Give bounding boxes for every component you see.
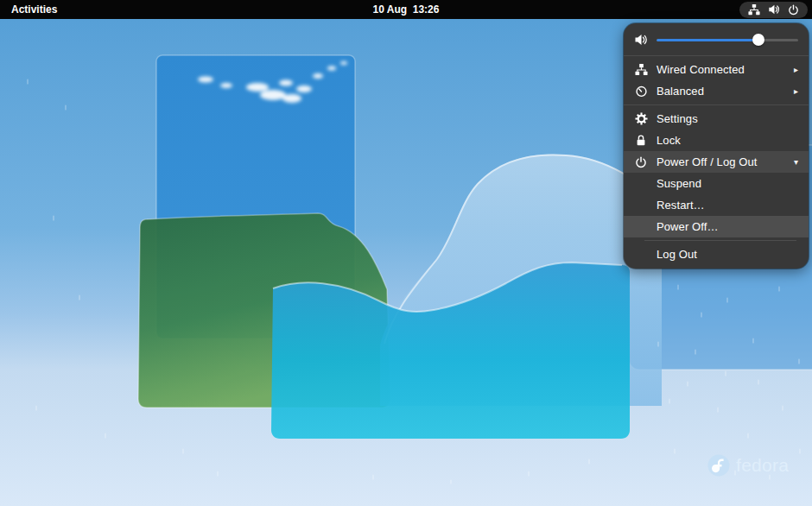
menu-separator bbox=[624, 104, 809, 105]
menu-item-label: Power Off… bbox=[657, 220, 798, 233]
power-icon bbox=[635, 156, 647, 168]
menu-item-label: Restart… bbox=[657, 199, 798, 212]
menu-item-lock[interactable]: Lock bbox=[624, 130, 809, 151]
desktop: fedora Activities 10 Aug 13:26 bbox=[0, 0, 812, 506]
chevron-down-icon: ▾ bbox=[794, 157, 798, 167]
gear-icon bbox=[635, 112, 648, 125]
menu-item-label: Log Out bbox=[657, 248, 798, 261]
menu-item-restart[interactable]: Restart… bbox=[624, 194, 809, 216]
lock-icon bbox=[635, 134, 647, 147]
fedora-logo-text: fedora bbox=[736, 455, 789, 476]
menu-item-power-off-log-out[interactable]: Power Off / Log Out ▾ bbox=[624, 151, 809, 173]
menu-item-balanced[interactable]: Balanced ▸ bbox=[624, 80, 809, 102]
menu-item-label: Power Off / Log Out bbox=[657, 155, 785, 168]
system-tray-button[interactable] bbox=[739, 2, 808, 18]
power-icon bbox=[788, 4, 799, 16]
menu-item-settings[interactable]: Settings bbox=[624, 108, 809, 130]
volume-row bbox=[624, 27, 809, 53]
network-wired-icon bbox=[748, 3, 760, 16]
top-bar: Activities 10 Aug 13:26 bbox=[0, 0, 812, 19]
network-wired-icon bbox=[635, 63, 648, 76]
system-menu: Wired Connected ▸ Balanced ▸ bbox=[624, 23, 809, 269]
menu-item-label: Suspend bbox=[657, 177, 798, 190]
menu-separator bbox=[644, 240, 796, 241]
menu-item-power-off[interactable]: Power Off… bbox=[624, 216, 809, 237]
menu-separator bbox=[624, 55, 809, 56]
menu-item-wired-connected[interactable]: Wired Connected ▸ bbox=[624, 59, 809, 80]
menu-item-log-out[interactable]: Log Out bbox=[624, 244, 809, 265]
menu-item-label: Lock bbox=[657, 134, 798, 147]
volume-high-icon bbox=[634, 33, 648, 47]
menu-item-label: Wired Connected bbox=[657, 63, 785, 76]
volume-fill bbox=[657, 39, 758, 41]
volume-track bbox=[657, 39, 798, 41]
fedora-logo: fedora bbox=[707, 453, 789, 478]
power-profile-balanced-icon bbox=[635, 85, 648, 98]
chevron-right-icon: ▸ bbox=[794, 65, 798, 74]
menu-item-label: Balanced bbox=[657, 85, 785, 98]
menu-item-suspend[interactable]: Suspend bbox=[624, 173, 809, 194]
clock[interactable]: 10 Aug 13:26 bbox=[373, 3, 440, 16]
volume-handle[interactable] bbox=[752, 34, 764, 46]
chevron-right-icon: ▸ bbox=[794, 86, 798, 96]
fedora-logo-icon bbox=[707, 453, 731, 478]
volume-slider[interactable] bbox=[657, 33, 798, 47]
menu-item-label: Settings bbox=[657, 112, 798, 125]
activities-button[interactable]: Activities bbox=[0, 0, 68, 19]
volume-high-icon bbox=[768, 3, 780, 16]
